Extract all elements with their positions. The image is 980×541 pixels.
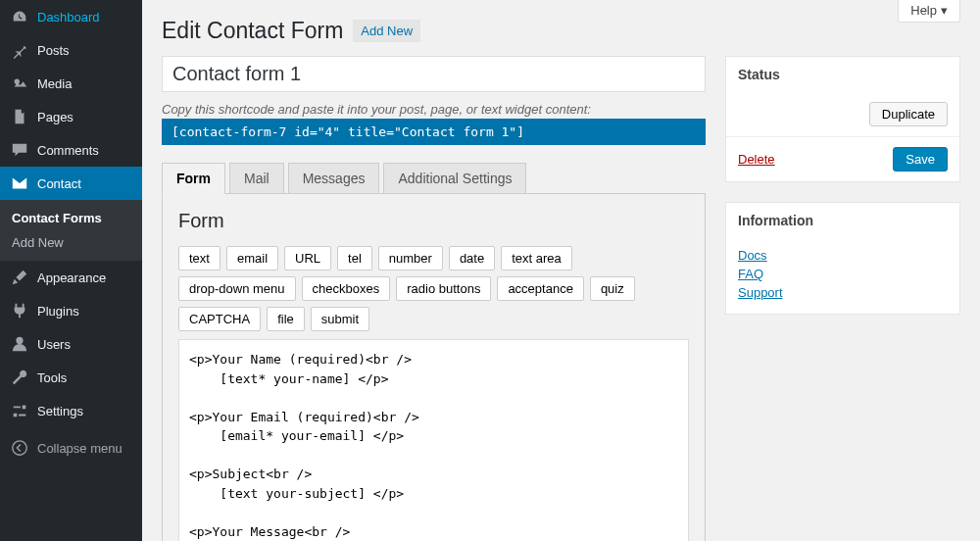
collapse-icon bbox=[10, 438, 29, 458]
tag-radio[interactable]: radio buttons bbox=[396, 276, 491, 301]
page-icon bbox=[10, 107, 29, 126]
add-new-button[interactable]: Add New bbox=[353, 20, 420, 42]
tab-messages[interactable]: Messages bbox=[288, 163, 380, 193]
tag-submit[interactable]: submit bbox=[311, 307, 369, 331]
page-title: Edit Contact Form Add New bbox=[162, 18, 960, 44]
delete-link[interactable]: Delete bbox=[738, 152, 775, 167]
sidebar-item-tools[interactable]: Tools bbox=[0, 361, 142, 394]
pin-icon bbox=[10, 40, 29, 60]
tag-generator-row: text email URL tel number date text area… bbox=[178, 246, 689, 331]
svg-point-2 bbox=[13, 441, 26, 455]
sidebar-item-label: Contact bbox=[37, 176, 81, 191]
info-link-support[interactable]: Support bbox=[738, 285, 948, 300]
submenu-contact-forms[interactable]: Contact Forms bbox=[0, 206, 142, 230]
tab-mail[interactable]: Mail bbox=[229, 163, 284, 193]
tag-number[interactable]: number bbox=[378, 246, 443, 270]
tag-acceptance[interactable]: acceptance bbox=[497, 276, 584, 301]
sidebar-item-media[interactable]: Media bbox=[0, 67, 142, 100]
plug-icon bbox=[10, 301, 29, 320]
tag-date[interactable]: date bbox=[449, 246, 495, 270]
tab-bar: Form Mail Messages Additional Settings bbox=[162, 163, 706, 193]
gauge-icon bbox=[10, 7, 29, 26]
tab-form[interactable]: Form bbox=[162, 163, 225, 194]
help-label: Help bbox=[910, 3, 937, 18]
info-title: Information bbox=[726, 203, 959, 238]
mail-icon bbox=[10, 173, 29, 193]
shortcode-hint: Copy this shortcode and paste it into yo… bbox=[162, 102, 706, 117]
sidebar-item-contact[interactable]: Contact bbox=[0, 167, 142, 200]
tag-file[interactable]: file bbox=[267, 307, 305, 331]
tag-tel[interactable]: tel bbox=[337, 246, 372, 270]
sidebar-submenu: Contact Forms Add New bbox=[0, 200, 142, 261]
tag-textarea[interactable]: text area bbox=[501, 246, 572, 270]
chevron-down-icon: ▾ bbox=[941, 3, 948, 18]
tag-email[interactable]: email bbox=[226, 246, 278, 270]
help-tab[interactable]: Help ▾ bbox=[898, 0, 960, 23]
collapse-label: Collapse menu bbox=[37, 441, 122, 456]
save-button[interactable]: Save bbox=[893, 147, 948, 172]
sidebar-item-label: Appearance bbox=[37, 270, 106, 285]
sliders-icon bbox=[10, 401, 29, 420]
sidebar-item-label: Plugins bbox=[37, 304, 79, 319]
submenu-add-new[interactable]: Add New bbox=[0, 230, 142, 255]
wrench-icon bbox=[10, 368, 29, 387]
sidebar-item-dashboard[interactable]: Dashboard bbox=[0, 0, 142, 33]
content-area: Help ▾ Edit Contact Form Add New Copy th… bbox=[142, 0, 980, 541]
information-box: Information Docs FAQ Support bbox=[725, 202, 960, 315]
media-icon bbox=[10, 74, 29, 93]
shortcode-box[interactable]: [contact-form-7 id="4" title="Contact fo… bbox=[162, 119, 706, 145]
form-template-textarea[interactable] bbox=[178, 339, 689, 541]
tag-text[interactable]: text bbox=[178, 246, 220, 270]
screen-meta: Help ▾ bbox=[898, 0, 960, 23]
sidebar-item-label: Dashboard bbox=[37, 10, 100, 25]
duplicate-button[interactable]: Duplicate bbox=[869, 102, 948, 126]
sidebar-item-posts[interactable]: Posts bbox=[0, 33, 142, 67]
comment-icon bbox=[10, 140, 29, 160]
panel-heading: Form bbox=[178, 210, 689, 232]
status-box: Status Duplicate Delete Save bbox=[725, 56, 960, 182]
sidebar-item-label: Posts bbox=[37, 43, 70, 58]
sidebar-item-plugins[interactable]: Plugins bbox=[0, 294, 142, 327]
form-panel: Form text email URL tel number date text… bbox=[162, 193, 706, 541]
info-link-faq[interactable]: FAQ bbox=[738, 267, 948, 281]
sidebar-item-label: Settings bbox=[37, 404, 83, 418]
svg-point-1 bbox=[16, 337, 23, 344]
info-link-docs[interactable]: Docs bbox=[738, 248, 948, 263]
tab-additional-settings[interactable]: Additional Settings bbox=[383, 163, 526, 193]
sidebar-item-appearance[interactable]: Appearance bbox=[0, 261, 142, 294]
tag-checkboxes[interactable]: checkboxes bbox=[302, 276, 391, 301]
page-title-text: Edit Contact Form bbox=[162, 18, 343, 44]
sidebar-item-label: Users bbox=[37, 337, 71, 352]
sidebar-item-pages[interactable]: Pages bbox=[0, 100, 142, 133]
tag-captcha[interactable]: CAPTCHA bbox=[178, 307, 261, 331]
sidebar-item-label: Pages bbox=[37, 110, 74, 124]
admin-sidebar: Dashboard Posts Media Pages Comments Con… bbox=[0, 0, 142, 541]
tag-quiz[interactable]: quiz bbox=[590, 276, 635, 301]
brush-icon bbox=[10, 268, 29, 287]
collapse-menu[interactable]: Collapse menu bbox=[0, 431, 142, 465]
form-title-input[interactable] bbox=[162, 56, 706, 92]
user-icon bbox=[10, 334, 29, 354]
sidebar-item-comments[interactable]: Comments bbox=[0, 133, 142, 167]
sidebar-item-label: Media bbox=[37, 76, 72, 91]
tag-url[interactable]: URL bbox=[284, 246, 331, 270]
tag-dropdown[interactable]: drop-down menu bbox=[178, 276, 296, 301]
status-title: Status bbox=[726, 57, 959, 92]
sidebar-item-users[interactable]: Users bbox=[0, 327, 142, 361]
sidebar-item-label: Tools bbox=[37, 370, 67, 385]
sidebar-item-settings[interactable]: Settings bbox=[0, 394, 142, 427]
sidebar-item-label: Comments bbox=[37, 143, 99, 158]
